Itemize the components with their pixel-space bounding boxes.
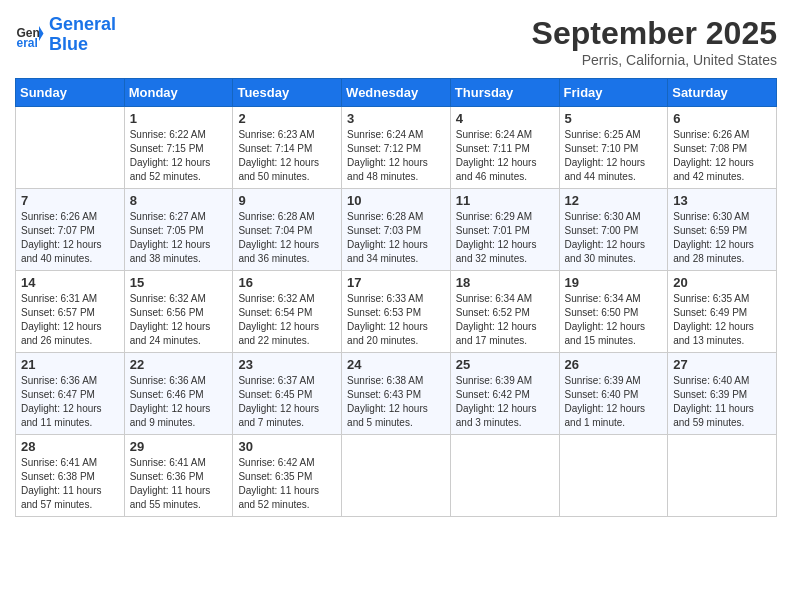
svg-marker-2 (39, 26, 44, 41)
header-day: Wednesday (342, 79, 451, 107)
day-number: 29 (130, 439, 228, 454)
calendar-cell: 23Sunrise: 6:37 AMSunset: 6:45 PMDayligh… (233, 353, 342, 435)
day-info: Sunrise: 6:26 AMSunset: 7:07 PMDaylight:… (21, 210, 119, 266)
day-number: 21 (21, 357, 119, 372)
day-info: Sunrise: 6:27 AMSunset: 7:05 PMDaylight:… (130, 210, 228, 266)
calendar-cell: 4Sunrise: 6:24 AMSunset: 7:11 PMDaylight… (450, 107, 559, 189)
calendar-cell: 24Sunrise: 6:38 AMSunset: 6:43 PMDayligh… (342, 353, 451, 435)
day-info: Sunrise: 6:30 AMSunset: 6:59 PMDaylight:… (673, 210, 771, 266)
calendar-cell: 22Sunrise: 6:36 AMSunset: 6:46 PMDayligh… (124, 353, 233, 435)
calendar-cell: 9Sunrise: 6:28 AMSunset: 7:04 PMDaylight… (233, 189, 342, 271)
calendar-cell (559, 435, 668, 517)
day-info: Sunrise: 6:28 AMSunset: 7:04 PMDaylight:… (238, 210, 336, 266)
calendar-cell: 20Sunrise: 6:35 AMSunset: 6:49 PMDayligh… (668, 271, 777, 353)
calendar-cell: 6Sunrise: 6:26 AMSunset: 7:08 PMDaylight… (668, 107, 777, 189)
calendar-week-row: 7Sunrise: 6:26 AMSunset: 7:07 PMDaylight… (16, 189, 777, 271)
calendar-cell: 12Sunrise: 6:30 AMSunset: 7:00 PMDayligh… (559, 189, 668, 271)
month-title: September 2025 (532, 15, 777, 52)
day-number: 16 (238, 275, 336, 290)
day-number: 3 (347, 111, 445, 126)
header-day: Saturday (668, 79, 777, 107)
calendar-cell: 15Sunrise: 6:32 AMSunset: 6:56 PMDayligh… (124, 271, 233, 353)
calendar-cell: 16Sunrise: 6:32 AMSunset: 6:54 PMDayligh… (233, 271, 342, 353)
logo: Gen eral GeneralBlue (15, 15, 116, 55)
day-info: Sunrise: 6:42 AMSunset: 6:35 PMDaylight:… (238, 456, 336, 512)
calendar-cell: 3Sunrise: 6:24 AMSunset: 7:12 PMDaylight… (342, 107, 451, 189)
day-info: Sunrise: 6:36 AMSunset: 6:47 PMDaylight:… (21, 374, 119, 430)
day-info: Sunrise: 6:28 AMSunset: 7:03 PMDaylight:… (347, 210, 445, 266)
day-info: Sunrise: 6:36 AMSunset: 6:46 PMDaylight:… (130, 374, 228, 430)
day-number: 17 (347, 275, 445, 290)
day-info: Sunrise: 6:41 AMSunset: 6:36 PMDaylight:… (130, 456, 228, 512)
calendar-cell: 30Sunrise: 6:42 AMSunset: 6:35 PMDayligh… (233, 435, 342, 517)
day-number: 14 (21, 275, 119, 290)
calendar-cell: 13Sunrise: 6:30 AMSunset: 6:59 PMDayligh… (668, 189, 777, 271)
calendar-cell: 29Sunrise: 6:41 AMSunset: 6:36 PMDayligh… (124, 435, 233, 517)
day-info: Sunrise: 6:38 AMSunset: 6:43 PMDaylight:… (347, 374, 445, 430)
calendar-body: 1Sunrise: 6:22 AMSunset: 7:15 PMDaylight… (16, 107, 777, 517)
day-number: 27 (673, 357, 771, 372)
calendar-week-row: 28Sunrise: 6:41 AMSunset: 6:38 PMDayligh… (16, 435, 777, 517)
day-info: Sunrise: 6:24 AMSunset: 7:12 PMDaylight:… (347, 128, 445, 184)
header-day: Sunday (16, 79, 125, 107)
day-number: 22 (130, 357, 228, 372)
day-number: 5 (565, 111, 663, 126)
day-info: Sunrise: 6:34 AMSunset: 6:50 PMDaylight:… (565, 292, 663, 348)
day-info: Sunrise: 6:37 AMSunset: 6:45 PMDaylight:… (238, 374, 336, 430)
day-number: 9 (238, 193, 336, 208)
day-info: Sunrise: 6:24 AMSunset: 7:11 PMDaylight:… (456, 128, 554, 184)
calendar-cell: 26Sunrise: 6:39 AMSunset: 6:40 PMDayligh… (559, 353, 668, 435)
calendar-cell (16, 107, 125, 189)
calendar-cell: 14Sunrise: 6:31 AMSunset: 6:57 PMDayligh… (16, 271, 125, 353)
day-number: 4 (456, 111, 554, 126)
day-number: 19 (565, 275, 663, 290)
calendar-cell: 1Sunrise: 6:22 AMSunset: 7:15 PMDaylight… (124, 107, 233, 189)
day-info: Sunrise: 6:30 AMSunset: 7:00 PMDaylight:… (565, 210, 663, 266)
day-info: Sunrise: 6:22 AMSunset: 7:15 PMDaylight:… (130, 128, 228, 184)
calendar-cell: 19Sunrise: 6:34 AMSunset: 6:50 PMDayligh… (559, 271, 668, 353)
calendar-cell: 2Sunrise: 6:23 AMSunset: 7:14 PMDaylight… (233, 107, 342, 189)
day-number: 10 (347, 193, 445, 208)
calendar-cell: 5Sunrise: 6:25 AMSunset: 7:10 PMDaylight… (559, 107, 668, 189)
header-row: SundayMondayTuesdayWednesdayThursdayFrid… (16, 79, 777, 107)
calendar-cell: 8Sunrise: 6:27 AMSunset: 7:05 PMDaylight… (124, 189, 233, 271)
calendar-cell: 7Sunrise: 6:26 AMSunset: 7:07 PMDaylight… (16, 189, 125, 271)
day-info: Sunrise: 6:23 AMSunset: 7:14 PMDaylight:… (238, 128, 336, 184)
calendar-cell: 25Sunrise: 6:39 AMSunset: 6:42 PMDayligh… (450, 353, 559, 435)
header-day: Friday (559, 79, 668, 107)
day-info: Sunrise: 6:32 AMSunset: 6:54 PMDaylight:… (238, 292, 336, 348)
day-info: Sunrise: 6:32 AMSunset: 6:56 PMDaylight:… (130, 292, 228, 348)
day-info: Sunrise: 6:34 AMSunset: 6:52 PMDaylight:… (456, 292, 554, 348)
calendar-header: SundayMondayTuesdayWednesdayThursdayFrid… (16, 79, 777, 107)
day-info: Sunrise: 6:35 AMSunset: 6:49 PMDaylight:… (673, 292, 771, 348)
calendar-cell (450, 435, 559, 517)
day-info: Sunrise: 6:39 AMSunset: 6:42 PMDaylight:… (456, 374, 554, 430)
day-info: Sunrise: 6:41 AMSunset: 6:38 PMDaylight:… (21, 456, 119, 512)
calendar-week-row: 1Sunrise: 6:22 AMSunset: 7:15 PMDaylight… (16, 107, 777, 189)
day-number: 24 (347, 357, 445, 372)
calendar-cell (342, 435, 451, 517)
day-info: Sunrise: 6:25 AMSunset: 7:10 PMDaylight:… (565, 128, 663, 184)
header-day: Thursday (450, 79, 559, 107)
day-number: 23 (238, 357, 336, 372)
calendar-week-row: 21Sunrise: 6:36 AMSunset: 6:47 PMDayligh… (16, 353, 777, 435)
day-info: Sunrise: 6:29 AMSunset: 7:01 PMDaylight:… (456, 210, 554, 266)
day-info: Sunrise: 6:39 AMSunset: 6:40 PMDaylight:… (565, 374, 663, 430)
title-block: September 2025 Perris, California, Unite… (532, 15, 777, 68)
header-day: Monday (124, 79, 233, 107)
calendar-cell: 21Sunrise: 6:36 AMSunset: 6:47 PMDayligh… (16, 353, 125, 435)
day-number: 26 (565, 357, 663, 372)
day-number: 7 (21, 193, 119, 208)
header-day: Tuesday (233, 79, 342, 107)
day-info: Sunrise: 6:31 AMSunset: 6:57 PMDaylight:… (21, 292, 119, 348)
day-info: Sunrise: 6:40 AMSunset: 6:39 PMDaylight:… (673, 374, 771, 430)
calendar-cell: 11Sunrise: 6:29 AMSunset: 7:01 PMDayligh… (450, 189, 559, 271)
calendar-cell: 10Sunrise: 6:28 AMSunset: 7:03 PMDayligh… (342, 189, 451, 271)
calendar-table: SundayMondayTuesdayWednesdayThursdayFrid… (15, 78, 777, 517)
day-number: 12 (565, 193, 663, 208)
day-info: Sunrise: 6:33 AMSunset: 6:53 PMDaylight:… (347, 292, 445, 348)
day-number: 13 (673, 193, 771, 208)
day-number: 1 (130, 111, 228, 126)
svg-text:eral: eral (17, 36, 38, 50)
calendar-cell: 27Sunrise: 6:40 AMSunset: 6:39 PMDayligh… (668, 353, 777, 435)
